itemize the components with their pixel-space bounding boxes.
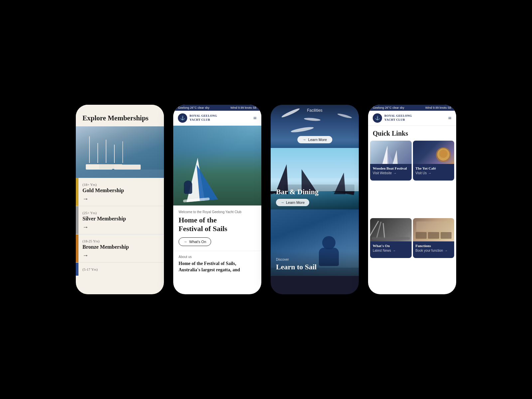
gold-arrow-icon: → [82, 196, 157, 202]
gold-age: (18+ Yrs) [82, 183, 157, 187]
bar-dining-overlay: Bar & Dining → Learn More [271, 181, 359, 209]
nav-bar-4: ⚓ ROYAL GEELONG YACHT CLUB ≡ [368, 111, 456, 126]
phone-facilities: Facilities → Learn More [271, 105, 359, 294]
status-bar: Geelong 26°C clear sky Wind 9.99 knots S… [173, 105, 261, 111]
bronze-age: (18-25 Yrs) [82, 239, 157, 243]
ql-card-img-guns [370, 218, 412, 241]
main-headline: Home of the Festival of Sails [179, 216, 256, 233]
arrow-icon: → [184, 240, 187, 244]
ql-card-footer-wooden-boat: Wooden Boat Festival Visit Website → [370, 164, 412, 181]
logo: ⚓ ROYAL GEELONG YACHT CLUB [178, 113, 217, 123]
anchor-icon-4: ⚓ [375, 116, 380, 121]
functions-title: Functions [416, 243, 452, 248]
silver-color-bar [76, 206, 78, 234]
learn-more-button[interactable]: → Learn More [297, 136, 332, 143]
about-section: About us Home of the Festival of Sails, … [173, 251, 261, 273]
memberships-hero-image [76, 126, 164, 178]
about-text: Home of the Festival of Sails, Australia… [179, 260, 256, 273]
membership-gold[interactable]: (18+ Yrs) Gold Membership → [76, 178, 164, 206]
headline-line2: Festival of Sails [179, 224, 227, 233]
gold-name: Gold Membership [82, 188, 157, 194]
logo-line2: YACHT CLUB [190, 118, 217, 122]
facilities-label: Facilities [307, 108, 323, 113]
whats-on-link[interactable]: Latest News → [373, 249, 409, 252]
phones-container: Explore Memberships [76, 105, 456, 294]
bar-dining-bg: Bar & Dining → Learn More [271, 148, 359, 209]
learn-more-button-2[interactable]: → Learn More [276, 199, 309, 206]
learn-sail-overlay: Discover Learn to Sail [271, 251, 359, 276]
cafe-link-text: Visit Us [416, 171, 427, 175]
wooden-boat-link[interactable]: Visit Website → [373, 171, 409, 175]
status-location-4: Geelong 26°C clear sky [373, 106, 404, 109]
learn-more-label: Learn More [308, 138, 327, 142]
main-content: Welcome to the Royal Geelong Yacht Club … [173, 205, 261, 251]
whats-on-label: What's On [189, 240, 206, 244]
blue-color-bar [76, 263, 78, 276]
ql-card-img-sailing [370, 141, 412, 164]
headline-line1: Home of the [179, 216, 217, 224]
logo-emblem-4: ⚓ [373, 113, 382, 123]
logo-4: ⚓ ROYAL GEELONG YACHT CLUB [373, 113, 412, 123]
whats-on-title: What's On [373, 243, 409, 248]
whats-on-link-text: Latest News [373, 249, 391, 252]
logo-line1: ROYAL GEELONG [190, 114, 217, 118]
silver-name: Silver Membership [82, 216, 157, 222]
gold-color-bar [76, 178, 78, 206]
ql-card-wooden-boat[interactable]: Wooden Boat Festival Visit Website → [370, 141, 412, 181]
membership-silver[interactable]: (25+ Yrs) Silver Membership → [76, 206, 164, 234]
bar-dining-section: Bar & Dining → Learn More [271, 148, 359, 209]
about-label: About us [179, 255, 256, 259]
ql-card-img-functions [413, 218, 455, 241]
arrow-icon-wb: → [393, 171, 396, 175]
cafe-title: The Yot Café [416, 166, 452, 171]
membership-list: (18+ Yrs) Gold Membership → (25+ Yrs) Si… [76, 178, 164, 294]
ql-card-footer-functions: Functions Book your function → [413, 241, 455, 258]
status-bar-4: Geelong 26°C clear sky Wind 9.99 knots S… [368, 105, 456, 111]
arrow-icon-2: → [281, 200, 284, 204]
arrow-icon: → [303, 138, 306, 142]
hamburger-menu-icon-4[interactable]: ≡ [448, 115, 452, 122]
nav-bar: ⚓ ROYAL GEELONG YACHT CLUB ≡ [173, 111, 261, 126]
whats-on-button[interactable]: → What's On [179, 237, 211, 246]
status-wind: Wind 9.99 knots SE [230, 106, 257, 109]
logo-emblem: ⚓ [178, 113, 187, 123]
anchor-icon: ⚓ [180, 116, 185, 121]
ql-card-footer-whats-on: What's On Latest News → [370, 241, 412, 258]
membership-junior[interactable]: (5-17 Yrs) [76, 263, 164, 276]
phone-memberships: Explore Memberships [76, 105, 164, 294]
functions-link-text: Book your function [416, 249, 443, 252]
aerial-view: Facilities → Learn More [271, 105, 359, 148]
bar-dining-title: Bar & Dining [276, 188, 353, 196]
ql-card-functions[interactable]: Functions Book your function → [413, 218, 455, 258]
hero-bg [173, 126, 261, 205]
arrow-icon-wo: → [392, 249, 396, 252]
welcome-subtitle: Welcome to the Royal Geelong Yacht Club [179, 210, 256, 214]
wooden-boat-link-text: Visit Website [373, 171, 392, 175]
arrow-icon-func: → [444, 249, 448, 252]
junior-age: (5-17 Yrs) [82, 267, 157, 271]
quick-links-title: Quick Links [368, 126, 456, 141]
functions-link[interactable]: Book your function → [416, 249, 452, 252]
learn-sail-title: Learn to Sail [276, 263, 353, 271]
phone1-header: Explore Memberships [76, 105, 164, 126]
ql-card-cafe[interactable]: The Yot Café Visit Us → [413, 141, 455, 181]
phone-home: Geelong 26°C clear sky Wind 9.99 knots S… [173, 105, 261, 294]
status-location: Geelong 26°C clear sky [178, 106, 209, 109]
hero-image [173, 126, 261, 205]
quick-links-grid: Wooden Boat Festival Visit Website → [368, 141, 456, 294]
bronze-color-bar [76, 234, 78, 262]
bronze-arrow-icon: → [82, 252, 157, 259]
phone-quick-links: Geelong 26°C clear sky Wind 9.99 knots S… [368, 105, 456, 294]
arrow-icon-cafe: → [428, 171, 431, 175]
logo-line1-4: ROYAL GEELONG [384, 114, 412, 118]
memberships-title: Explore Memberships [82, 114, 157, 122]
cafe-link[interactable]: Visit Us → [416, 171, 452, 175]
ql-card-whats-on[interactable]: What's On Latest News → [370, 218, 412, 258]
membership-bronze[interactable]: (18-25 Yrs) Bronze Membership → [76, 234, 164, 263]
hamburger-menu-icon[interactable]: ≡ [253, 115, 257, 122]
wooden-boat-title: Wooden Boat Festival [373, 166, 409, 171]
bronze-name: Bronze Membership [82, 244, 157, 250]
silver-arrow-icon: → [82, 224, 157, 231]
silver-age: (25+ Yrs) [82, 211, 157, 215]
discover-label: Discover [276, 258, 353, 261]
